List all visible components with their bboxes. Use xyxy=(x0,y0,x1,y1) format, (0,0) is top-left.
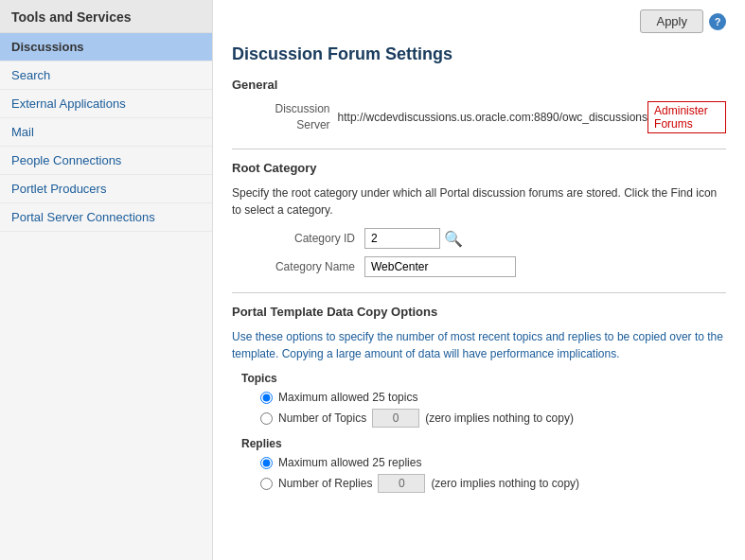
server-row: DiscussionServer http://wcdevdiscussions… xyxy=(251,101,726,133)
sidebar-item-mail[interactable]: Mail xyxy=(0,118,212,147)
topics-max-row: Maximum allowed 25 topics xyxy=(260,391,726,404)
administer-forums-link[interactable]: Administer Forums xyxy=(647,101,726,133)
page-title: Discussion Forum Settings xyxy=(232,44,726,64)
sidebar-item-portal-server-connections[interactable]: Portal Server Connections xyxy=(0,203,212,232)
main-content: Apply ? Discussion Forum Settings Genera… xyxy=(213,0,745,560)
topics-number-row: Number of Topics (zero implies nothing t… xyxy=(260,409,726,428)
category-name-input[interactable] xyxy=(364,256,516,277)
category-id-input[interactable] xyxy=(364,228,440,249)
topics-heading: Topics xyxy=(241,372,726,385)
sidebar-item-search[interactable]: Search xyxy=(0,61,212,90)
general-section: General DiscussionServer http://wcdevdis… xyxy=(232,78,726,133)
sidebar-item-people-connections[interactable]: People Connections xyxy=(0,147,212,175)
portal-template-heading: Portal Template Data Copy Options xyxy=(232,305,726,321)
category-id-row: Category ID 🔍 xyxy=(251,228,726,249)
sidebar-item-discussions[interactable]: Discussions xyxy=(0,33,212,61)
top-bar: Apply ? xyxy=(232,9,726,33)
replies-section: Replies Maximum allowed 25 replies Numbe… xyxy=(232,437,726,493)
topics-section: Topics Maximum allowed 25 topics Number … xyxy=(232,372,726,428)
category-id-label: Category ID xyxy=(251,232,364,245)
root-category-section: Root Category Specify the root category … xyxy=(232,161,726,277)
server-url: http://wcdevdiscussions.us.oracle.com:88… xyxy=(338,111,648,124)
replies-number-input[interactable] xyxy=(378,474,425,493)
replies-max-radio[interactable] xyxy=(260,457,273,469)
apply-button[interactable]: Apply xyxy=(640,9,703,33)
portal-template-desc: Use these options to specify the number … xyxy=(232,328,726,362)
topics-number-label: Number of Topics xyxy=(278,411,366,425)
replies-max-row: Maximum allowed 25 replies xyxy=(260,456,726,469)
replies-number-radio[interactable] xyxy=(260,478,273,490)
replies-max-label: Maximum allowed 25 replies xyxy=(278,456,421,469)
root-category-desc: Specify the root category under which al… xyxy=(232,184,726,219)
replies-note: (zero implies nothing to copy) xyxy=(431,477,579,490)
category-search-icon[interactable]: 🔍 xyxy=(444,230,463,248)
category-name-row: Category Name xyxy=(251,256,726,277)
sidebar-item-portlet-producers[interactable]: Portlet Producers xyxy=(0,175,212,203)
topics-number-input[interactable] xyxy=(372,409,419,428)
replies-number-label: Number of Replies xyxy=(278,477,372,490)
sidebar: Tools and Services Discussions Search Ex… xyxy=(0,0,213,560)
topics-number-radio[interactable] xyxy=(260,412,273,425)
portal-template-section: Portal Template Data Copy Options Use th… xyxy=(232,305,726,493)
server-label: DiscussionServer xyxy=(251,101,338,133)
topics-max-label: Maximum allowed 25 topics xyxy=(278,391,417,404)
help-icon[interactable]: ? xyxy=(709,13,726,30)
topics-note: (zero implies nothing to copy) xyxy=(425,411,574,425)
general-heading: General xyxy=(232,78,726,94)
sidebar-item-external-applications[interactable]: External Applications xyxy=(0,90,212,118)
divider-1 xyxy=(232,149,726,149)
replies-heading: Replies xyxy=(241,437,726,450)
category-name-label: Category Name xyxy=(251,260,364,273)
topics-max-radio[interactable] xyxy=(260,392,273,404)
sidebar-title: Tools and Services xyxy=(0,0,212,33)
root-category-heading: Root Category xyxy=(232,161,726,177)
divider-2 xyxy=(232,292,726,293)
replies-number-row: Number of Replies (zero implies nothing … xyxy=(260,474,726,493)
